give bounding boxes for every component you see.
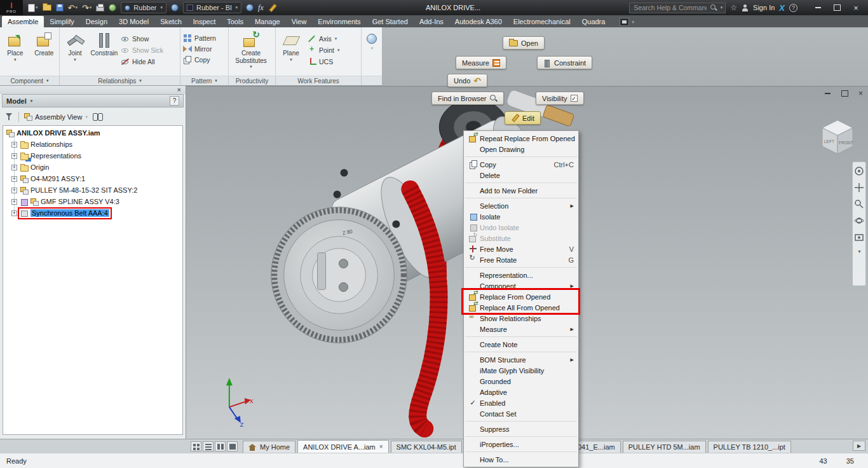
browser-grip[interactable]: × [0, 86, 186, 94]
ribbon-tab[interactable]: 3D Model [113, 16, 154, 27]
tree-node-label[interactable]: O4-M291 ASSY:1 [31, 175, 85, 182]
document-tab[interactable]: PULLEY TB 1210_...ipt [708, 441, 791, 453]
panel-label[interactable]: Work Features [276, 76, 362, 85]
context-menu-item[interactable] [464, 419, 578, 423]
context-menu-item[interactable]: Replace From Opened [464, 291, 578, 302]
favorites-star-icon[interactable]: ☆ [730, 3, 737, 12]
context-menu-item[interactable]: Open Drawing [464, 144, 578, 155]
tree-node-label[interactable]: PULLEY 5M-48-15-32 SIT ASSY:2 [31, 186, 137, 194]
gear[interactable]: Z 80 [271, 207, 407, 343]
tree-node-label[interactable]: Representations [31, 152, 81, 160]
panel-label[interactable]: Component ▾ [0, 76, 60, 85]
ribbon-tab[interactable]: Design [80, 16, 113, 27]
tree-node[interactable]: + Synchronous Belt AAA:4 [3, 207, 182, 219]
context-menu-item[interactable] [464, 350, 578, 354]
axis-button[interactable]: Axis▾ [306, 33, 341, 44]
context-menu-item[interactable]: Create Note [464, 339, 578, 350]
overlay-edit-button[interactable]: Edit [505, 111, 541, 125]
context-menu-item[interactable]: Selection ▶ [464, 200, 578, 211]
ribbon-tab[interactable]: Environments [312, 16, 366, 27]
search-input[interactable] [632, 3, 707, 12]
tree-node[interactable]: + O4-M291 ASSY:1 [3, 173, 182, 184]
tree-expander[interactable]: + [11, 165, 17, 170]
context-menu-item[interactable]: Add to New Folder [464, 185, 578, 196]
tree-node-content[interactable]: Origin [20, 163, 50, 172]
context-menu-item[interactable]: Contact Set [464, 408, 578, 419]
tree-expander[interactable]: + [11, 142, 17, 148]
context-menu-item[interactable] [464, 334, 578, 339]
view-tile-button[interactable] [191, 441, 201, 451]
tab-scroll-right-button[interactable]: ▶ [853, 441, 865, 451]
pan-button[interactable] [854, 182, 864, 193]
context-menu-item[interactable]: ✓ Enabled [464, 397, 578, 408]
constrain-button[interactable]: Constrain [90, 29, 119, 74]
overlay-visibility-button[interactable]: Visibility ✓ [536, 92, 584, 105]
document-tab[interactable]: SMC KXL04-M5.ipt [391, 441, 462, 453]
ribbon-tab[interactable]: Sketch [154, 16, 187, 27]
context-menu-item[interactable] [464, 181, 578, 185]
redo-button[interactable]: ↷▾ [81, 1, 93, 14]
context-menu-item[interactable]: Show Relationships [464, 313, 578, 324]
ucs-button[interactable]: UCS [306, 56, 341, 67]
context-menu-item[interactable]: Isolate [464, 211, 578, 222]
context-menu-item[interactable] [464, 434, 578, 439]
context-menu-item[interactable] [464, 450, 578, 454]
overlay-constraint-button[interactable]: Constraint [537, 56, 592, 69]
create-button[interactable]: Create [30, 29, 59, 74]
doc-restore-button[interactable] [841, 90, 849, 97]
filter-icon[interactable] [5, 113, 13, 121]
context-menu-item[interactable] [464, 265, 578, 270]
panel-label[interactable]: Pattern ▾ [180, 76, 229, 85]
document-tab[interactable]: ANILOX DRIVE A...iam × [297, 440, 389, 453]
tree-node[interactable]: ANILOX DRIVE ASSY.iam [3, 127, 182, 139]
viewcube-front-face-label[interactable]: FRONT [839, 141, 853, 145]
context-menu-item[interactable]: Measure ▶ [464, 324, 578, 334]
overlay-open-button[interactable]: Open [503, 36, 545, 50]
material-dropdown[interactable]: Rubber ▾ [121, 2, 166, 13]
context-menu-item[interactable] [464, 155, 578, 159]
adjust-button[interactable] [170, 1, 180, 14]
view-split-button[interactable] [215, 441, 226, 451]
zoom-button[interactable] [854, 199, 864, 209]
help-icon[interactable]: ? [789, 4, 797, 12]
zoom-all-button[interactable] [245, 1, 255, 14]
place-button[interactable]: Place ▾ [1, 29, 30, 74]
overlay-find-in-browser-button[interactable]: Find in Browser [431, 92, 504, 105]
browser-help-button[interactable]: ? [170, 96, 179, 106]
tree-node[interactable]: + Relationships [3, 139, 182, 150]
ribbon-tab[interactable]: Inspect [187, 16, 221, 27]
tree-node[interactable]: + Representations [3, 150, 182, 162]
context-menu-item[interactable]: Copy Ctrl+C [464, 159, 578, 170]
browser-close-icon[interactable]: × [177, 86, 181, 94]
doc-close-button[interactable]: × [858, 89, 863, 98]
maximize-button[interactable] [827, 1, 846, 15]
material-ball-button[interactable] [107, 1, 118, 14]
overlay-measure-button[interactable]: Measure [456, 56, 506, 69]
context-menu-item[interactable]: Component ▶ [464, 280, 578, 291]
search-icon[interactable] [710, 4, 717, 11]
tree-node-label[interactable]: Synchronous Belt AAA:4 [31, 209, 109, 217]
tree-node-content[interactable]: GMF SPLINE ASSY V4:3 [20, 198, 120, 206]
save-button[interactable] [55, 1, 65, 14]
tree-expander[interactable]: + [11, 188, 17, 193]
ribbon-appearance-menu-button[interactable]: ▾ [620, 18, 634, 26]
ribbon-tab[interactable]: Get Started [367, 16, 414, 27]
context-menu-item[interactable]: Grounded [464, 376, 578, 387]
plane-button[interactable]: Plane ▾ [276, 29, 306, 74]
context-menu-item[interactable]: Substitute [464, 233, 578, 244]
ribbon-tab[interactable]: Electromechanical [508, 16, 576, 27]
panel-label[interactable]: Relationships ▾ [60, 76, 180, 85]
print-button[interactable] [95, 1, 105, 14]
context-menu-item[interactable]: How To... [464, 454, 578, 465]
viewcube-left-face-label[interactable]: LEFT [824, 139, 834, 144]
orbit-button[interactable] [854, 216, 864, 226]
browser-header[interactable]: Model ▾ ? [2, 94, 184, 107]
tree-node-content[interactable]: Synchronous Belt AAA:4 [20, 209, 110, 217]
context-menu-item[interactable]: BOM Structure ▶ [464, 354, 578, 365]
navbar-more-button[interactable]: ▾ [858, 249, 860, 254]
close-button[interactable]: × [846, 1, 865, 15]
context-menu-item[interactable]: Representation... [464, 270, 578, 280]
tree-node[interactable]: + GMF SPLINE ASSY V4:3 [3, 196, 182, 207]
look-at-button[interactable] [854, 232, 864, 242]
chevron-down-icon[interactable]: ▾ [721, 5, 723, 10]
